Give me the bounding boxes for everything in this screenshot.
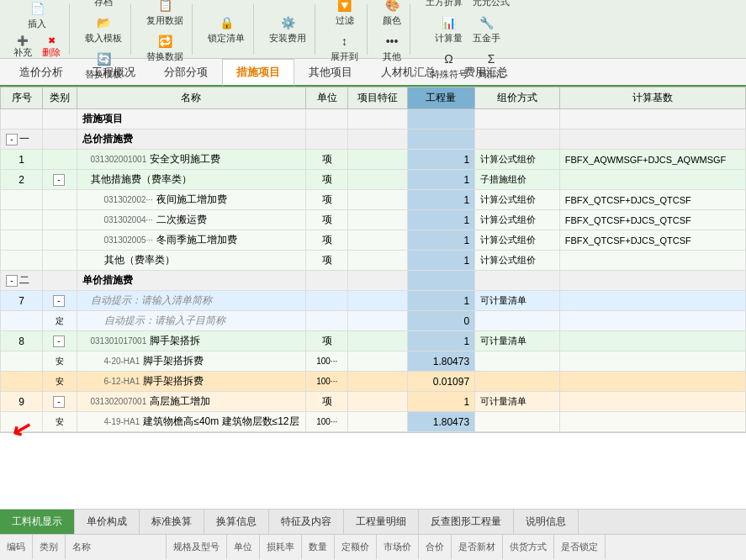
insert-group: 📄 插入 ➕ 补充 ✖ 删除 <box>5 4 70 55</box>
bottom-tab-standard[interactable]: 标准换算 <box>140 510 204 534</box>
cell-name: 031302005···冬雨季施工增加费 <box>77 230 306 251</box>
earthwork-button[interactable]: ⛏ 土方折算 <box>422 0 466 10</box>
tab-fee-summary[interactable]: 费用汇总 <box>450 59 522 85</box>
hardware-button[interactable]: 🔧 五金手 <box>469 12 504 46</box>
cell-calc: FBFX_QTCSF+DJCS_QTCSF <box>559 230 745 251</box>
expand-button[interactable]: - <box>6 134 18 145</box>
cell-name: 6-12-HA1脚手架搭拆费 <box>77 372 306 392</box>
cell-combo <box>475 311 560 331</box>
cell-name: 措施项目 <box>77 109 306 129</box>
cell-combo: 计算公式组价 <box>475 230 560 251</box>
col-header-unit: 单位 <box>306 87 348 109</box>
col-header-calc: 计算基数 <box>559 87 745 109</box>
filter-icon: 🔽 <box>336 0 354 14</box>
cell-unit: 项 <box>306 251 348 271</box>
table-row: 031302005···冬雨季施工增加费 项 1 计算公式组价 FBFX_QTC… <box>1 230 746 251</box>
cell-unit <box>306 291 348 311</box>
table-row: 031302002···夜间施工增加费 项 1 计算公式组价 FBFX_QTCS… <box>1 190 746 210</box>
lock-clear-button[interactable]: 🔒 锁定清单 <box>204 12 248 46</box>
cell-quantity <box>407 129 474 150</box>
footer-cell-unit: 单位 <box>227 535 260 559</box>
cell-feature <box>348 291 407 311</box>
tab-division[interactable]: 分部分项 <box>150 59 222 85</box>
table-row: 031302004···二次搬运费 项 1 计算公式组价 FBFX_QTCSF+… <box>1 210 746 230</box>
collapse-button[interactable]: - <box>53 295 65 307</box>
tab-project-overview[interactable]: 工程概况 <box>77 59 150 85</box>
cell-combo <box>475 412 560 432</box>
install-fee-button[interactable]: ⚙️ 安装费用 <box>266 12 310 46</box>
cell-seq <box>1 190 43 210</box>
cell-quantity: 1 <box>407 190 474 210</box>
formula-button[interactable]: fx 元元公式 <box>469 0 513 10</box>
cell-category: - <box>43 392 77 412</box>
cell-feature <box>348 351 407 372</box>
copy-data-button[interactable]: 📋 复用数据 <box>143 0 187 29</box>
cell-unit: 项 <box>306 150 348 170</box>
color-button[interactable]: 🎨 颜色 <box>379 0 405 29</box>
cell-name: 031302007001高层施工增加 <box>77 392 306 412</box>
cell-unit: 项 <box>306 392 348 412</box>
cell-category <box>43 109 77 129</box>
bottom-tab-quantity[interactable]: 工程量明细 <box>344 510 419 534</box>
cell-seq: -二 <box>1 271 43 291</box>
cell-calc <box>559 129 745 150</box>
insert-label: 插入 <box>28 18 46 30</box>
collapse-button[interactable]: - <box>53 174 65 186</box>
cell-combo <box>475 271 560 291</box>
cell-unit: 项 <box>306 230 348 251</box>
tab-other-items[interactable]: 其他项目 <box>294 59 367 85</box>
template-group: 💾 存档 📂 载入模板 🔄 替换模板 <box>77 4 131 55</box>
cell-feature <box>348 210 407 230</box>
footer-cell-qty: 数量 <box>302 535 335 559</box>
cell-calc: FBFX_QTCSF+DJCS_QTCSF <box>559 190 745 210</box>
cell-combo: 可计量清单 <box>475 291 560 311</box>
footer-cell-code: 编码 <box>0 535 33 559</box>
table-row[interactable]: 安 6-12-HA1脚手架搭拆费 100··· 0.01097 <box>1 372 746 392</box>
insert-button[interactable]: 📄 插入 <box>24 0 50 32</box>
save-template-button[interactable]: 💾 存档 <box>91 0 116 10</box>
lock-label: 锁定清单 <box>208 32 245 45</box>
cell-feature <box>348 372 407 392</box>
bottom-tab-swap[interactable]: 换算信息 <box>204 510 269 534</box>
delete-button[interactable]: ✖ 删除 <box>39 34 64 61</box>
cell-combo: 计算公式组价 <box>475 251 560 271</box>
cell-quantity: 1 <box>407 170 474 190</box>
collapse-button[interactable]: - <box>53 335 65 347</box>
load-label: 载入模板 <box>85 32 122 45</box>
footer-row: 编码 类别 名称 规格及型号 单位 损耗率 数量 定额价 市场价 合价 是否新材… <box>0 534 746 559</box>
cell-calc: FBFX_QTCSF+DJCS_QTCSF <box>559 210 745 230</box>
load-template-button[interactable]: 📂 载入模板 <box>82 12 125 46</box>
bottom-tab-drawing[interactable]: 反查图形工程量 <box>419 510 514 534</box>
filter-button[interactable]: 🔽 过滤 <box>332 0 357 29</box>
bottom-tab-description[interactable]: 说明信息 <box>514 510 579 534</box>
calc-button[interactable]: 📊 计算量 <box>431 12 466 46</box>
bottom-tab-features[interactable]: 特征及内容 <box>269 510 344 534</box>
footer-cell-isnew: 是否新材 <box>452 535 503 559</box>
cell-name: 其他措施费（费率类） <box>77 170 306 190</box>
delete-icon: ✖ <box>48 35 56 46</box>
col-header-category: 类别 <box>43 87 77 109</box>
formula-label: 元元公式 <box>473 0 510 8</box>
cell-seq <box>1 351 43 372</box>
cell-name: 031301017001脚手架搭拆 <box>77 331 306 351</box>
install-icon: ⚙️ <box>278 13 297 32</box>
tab-measures[interactable]: 措施项目 <box>222 59 294 87</box>
cell-seq <box>1 230 43 251</box>
expand-button[interactable]: - <box>6 275 18 287</box>
color-icon: 🎨 <box>383 0 401 14</box>
bottom-tab-labor[interactable]: 工料机显示 <box>0 510 75 534</box>
cell-combo: 计算公式组价 <box>475 210 560 230</box>
data-table-wrapper[interactable]: 序号 类别 名称 单位 项目特征 工程量 组价方式 计算基数 <box>0 87 746 433</box>
cell-feature <box>348 170 407 190</box>
cell-quantity: 1 <box>407 210 474 230</box>
collapse-button[interactable]: - <box>53 396 65 408</box>
cell-seq <box>1 251 43 271</box>
tab-cost-analysis[interactable]: 造价分析 <box>5 59 77 85</box>
cell-calc <box>559 412 745 432</box>
supplement-button[interactable]: ➕ 补充 <box>10 34 35 61</box>
replace-data-icon: 🔁 <box>156 32 174 50</box>
bottom-tab-unit[interactable]: 单价构成 <box>75 510 140 534</box>
cell-name: 单价措施费 <box>77 271 306 291</box>
cell-unit <box>306 271 348 291</box>
tab-labor-material[interactable]: 人材机汇总 <box>367 59 450 85</box>
